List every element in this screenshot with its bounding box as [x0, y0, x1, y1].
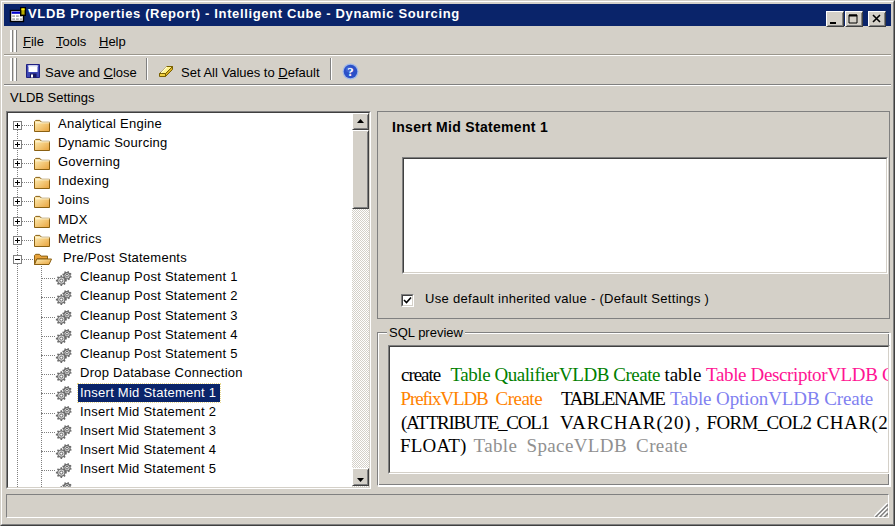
- svg-text:?: ?: [347, 64, 354, 79]
